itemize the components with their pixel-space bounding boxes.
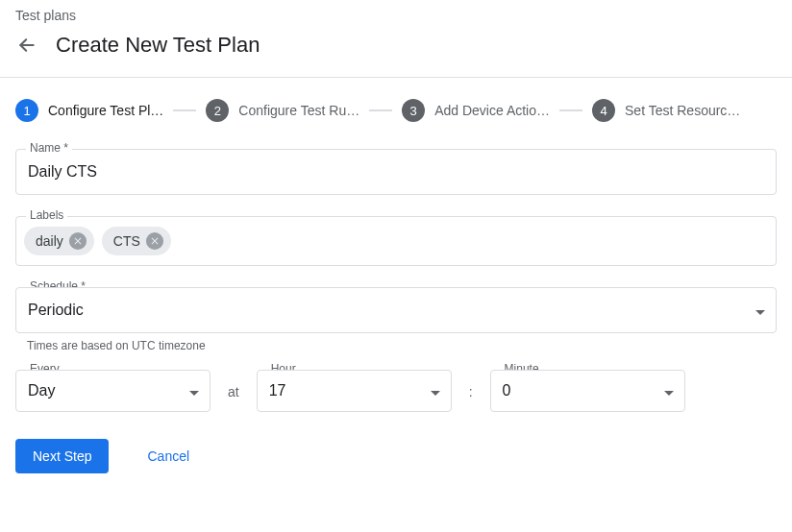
cancel-button[interactable]: Cancel xyxy=(147,448,189,464)
hour-select[interactable]: 17 xyxy=(257,370,452,412)
step-connector xyxy=(559,109,582,111)
at-text: at xyxy=(228,384,239,412)
actions-row: Next Step Cancel xyxy=(15,439,777,473)
every-select[interactable]: Day xyxy=(15,370,210,412)
chip-daily: daily xyxy=(24,227,94,255)
step-connector xyxy=(369,109,392,111)
step-4[interactable]: 4 Set Test Resourc… xyxy=(592,99,740,122)
chip-remove-icon[interactable] xyxy=(146,232,163,250)
name-field-container: Name * xyxy=(15,149,777,195)
step-label-1: Configure Test Pl… xyxy=(48,103,163,118)
step-connector xyxy=(173,109,196,111)
step-circle-3: 3 xyxy=(402,99,425,122)
back-arrow-icon[interactable] xyxy=(15,34,38,57)
page-title: Create New Test Plan xyxy=(56,33,260,58)
labels-field-label: Labels xyxy=(26,208,67,222)
name-field-label: Name * xyxy=(26,141,72,155)
step-circle-1: 1 xyxy=(15,99,38,122)
chip-label: daily xyxy=(36,233,63,249)
labels-field-container: Labels daily CTS xyxy=(15,216,777,266)
step-1[interactable]: 1 Configure Test Pl… xyxy=(15,99,163,122)
labels-chips-container[interactable]: daily CTS xyxy=(15,216,777,266)
name-input[interactable] xyxy=(15,149,777,195)
step-circle-4: 4 xyxy=(592,99,615,122)
breadcrumb: Test plans xyxy=(0,0,792,23)
step-3[interactable]: 3 Add Device Actio… xyxy=(402,99,550,122)
stepper: 1 Configure Test Pl… 2 Configure Test Ru… xyxy=(15,99,777,122)
colon-text: : xyxy=(469,384,473,412)
minute-select[interactable]: 0 xyxy=(490,370,685,412)
chip-remove-icon[interactable] xyxy=(69,232,87,250)
schedule-row: Every Day at Hour 17 : Minute 0 xyxy=(15,370,777,412)
step-label-3: Add Device Actio… xyxy=(434,103,550,118)
schedule-field-container: Schedule * Periodic xyxy=(15,287,777,333)
chip-cts: CTS xyxy=(102,227,171,255)
schedule-select[interactable]: Periodic xyxy=(15,287,777,333)
minute-field-container: Minute 0 xyxy=(490,370,685,412)
chip-label: CTS xyxy=(113,233,140,249)
step-label-2: Configure Test Ru… xyxy=(238,103,359,118)
step-2[interactable]: 2 Configure Test Ru… xyxy=(206,99,359,122)
hour-field-container: Hour 17 xyxy=(257,370,452,412)
every-field-container: Every Day xyxy=(15,370,210,412)
step-label-4: Set Test Resourc… xyxy=(625,103,740,118)
page-header: Create New Test Plan xyxy=(0,23,792,77)
next-step-button[interactable]: Next Step xyxy=(15,439,109,473)
step-circle-2: 2 xyxy=(206,99,229,122)
schedule-helper-text: Times are based on UTC timezone xyxy=(27,339,777,352)
